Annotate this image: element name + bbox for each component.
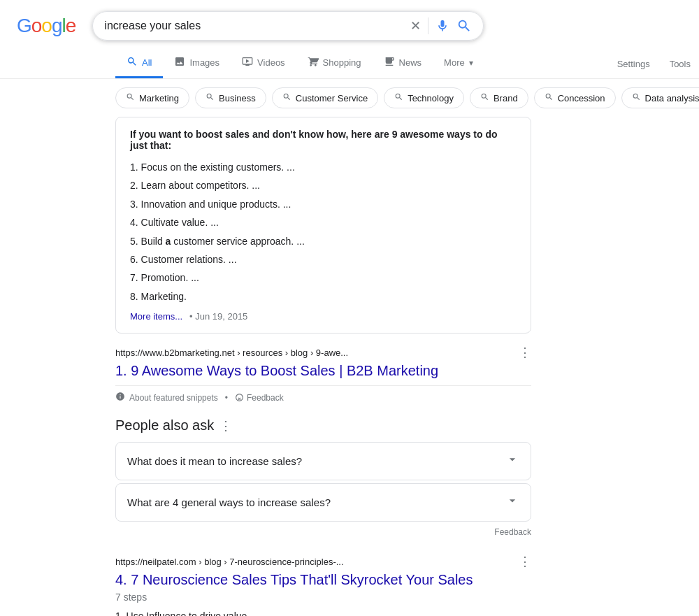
result2-steps-label: 7 steps (115, 592, 531, 603)
about-snippets-text[interactable]: About featured snippets (129, 393, 218, 403)
paa-item-1[interactable]: What does it mean to increase sales? (115, 442, 531, 480)
search-chip-icon-2 (206, 92, 215, 103)
divider (428, 17, 428, 34)
all-icon (127, 56, 138, 69)
result-url: https://www.b2bmarketing.net › resources… (115, 348, 348, 358)
chip-data-analysis-label: Data analysis (645, 93, 699, 103)
chip-brand[interactable]: Brand (470, 87, 528, 108)
chip-business-label: Business (219, 93, 256, 103)
videos-icon (242, 56, 253, 69)
feedback-btn[interactable]: Feedback (235, 393, 284, 403)
tab-more-label: More (444, 57, 465, 68)
voice-icon[interactable] (435, 19, 449, 33)
result-url-row: https://www.b2bmarketing.net › resources… (115, 345, 531, 360)
chip-technology-label: Technology (408, 93, 454, 103)
search-chip-icon-7 (632, 92, 641, 103)
result-title-2[interactable]: 4. 7 Neuroscience Sales Tips That'll Sky… (115, 572, 473, 587)
tab-news[interactable]: News (373, 49, 433, 78)
search-result-1: https://www.b2bmarketing.net › resources… (115, 345, 531, 403)
list-item: 8. Marketing. (130, 287, 517, 306)
search-nav: All Images Videos Shopping News More ▾ S… (0, 43, 699, 79)
paa-question-2: What are 4 general ways to increase sale… (127, 496, 331, 508)
main-content: If you want to boost sales and don't kno… (0, 117, 531, 616)
tab-all-label: All (142, 57, 152, 68)
search-chip-icon-3 (282, 92, 291, 103)
search-chip-icon (126, 92, 135, 103)
tab-more[interactable]: More ▾ (433, 50, 484, 77)
paa-dots-icon[interactable]: ⋮ (219, 418, 232, 434)
tools-link[interactable]: Tools (661, 52, 699, 76)
tab-images[interactable]: Images (163, 49, 231, 78)
list-item: 3. Innovation and unique products. ... (130, 195, 517, 213)
images-icon (174, 56, 185, 69)
snippet-date: • Jun 19, 2015 (189, 311, 247, 322)
paa-item-2[interactable]: What are 4 general ways to increase sale… (115, 483, 531, 522)
paa-title: People also ask (115, 417, 214, 434)
result2-url-row: https://neilpatel.com › blog › 7-neurosc… (115, 554, 531, 569)
snippet-intro: If you want to boost sales and don't kno… (130, 129, 517, 151)
result-more-icon[interactable]: ⋮ (519, 345, 531, 360)
people-also-ask: People also ask ⋮ What does it mean to i… (115, 417, 531, 543)
search-chip-icon-5 (480, 92, 489, 103)
chip-concession[interactable]: Concession (534, 87, 616, 108)
search-chip-icon-4 (394, 92, 403, 103)
feedback-label: Feedback (247, 393, 284, 403)
more-chevron-icon: ▾ (469, 58, 473, 68)
snippet-footer: About featured snippets • Feedback (115, 385, 531, 403)
search-bar: ✕ (92, 11, 484, 41)
chip-customer-service-label: Customer Service (296, 93, 368, 103)
chip-customer-service[interactable]: Customer Service (272, 87, 378, 108)
result2-more-icon[interactable]: ⋮ (519, 554, 531, 569)
info-icon (115, 392, 125, 403)
list-item: 6. Customer relations. ... (130, 250, 517, 268)
news-icon (384, 56, 395, 69)
chip-marketing-label: Marketing (139, 93, 179, 103)
tab-videos[interactable]: Videos (231, 49, 296, 78)
paa-feedback-label: Feedback (494, 527, 531, 537)
more-items-link[interactable]: More items... (130, 311, 182, 322)
nav-settings: Settings Tools (609, 52, 699, 76)
chevron-down-icon-2 (505, 494, 519, 511)
featured-snippet: If you want to boost sales and don't kno… (115, 117, 531, 334)
search-input[interactable] (104, 20, 403, 32)
chip-technology[interactable]: Technology (384, 87, 464, 108)
shopping-icon (308, 56, 319, 69)
snippet-list: 1. Focus on the existing customers. ... … (130, 158, 517, 306)
list-item: 4. Cultivate value. ... (130, 213, 517, 231)
search-result-2: https://neilpatel.com › blog › 7-neurosc… (115, 554, 531, 616)
tab-news-label: News (399, 57, 422, 68)
chip-business[interactable]: Business (195, 87, 266, 108)
snippet-more-row: More items... • Jun 19, 2015 (130, 306, 517, 322)
chip-marketing[interactable]: Marketing (115, 87, 189, 108)
paa-feedback[interactable]: Feedback (115, 524, 531, 543)
list-item: 7. Promotion. ... (130, 268, 517, 287)
list-item: 2. Learn about competitors. ... (130, 176, 517, 194)
tab-shopping[interactable]: Shopping (296, 49, 373, 78)
list-item: 1. Use Influence to drive value. (115, 607, 531, 616)
clear-icon[interactable]: ✕ (410, 18, 421, 34)
tab-videos-label: Videos (257, 57, 285, 68)
tab-all[interactable]: All (115, 49, 163, 78)
chevron-down-icon-1 (505, 452, 519, 470)
search-icon[interactable] (456, 18, 472, 34)
list-item: 5. Build a customer service approach. ..… (130, 232, 517, 250)
settings-link[interactable]: Settings (609, 52, 658, 76)
tab-shopping-label: Shopping (323, 57, 361, 68)
header: Google ✕ (0, 0, 699, 41)
result-title-1[interactable]: 1. 9 Awesome Ways to Boost Sales | B2B M… (115, 363, 438, 378)
list-item: 1. Focus on the existing customers. ... (130, 158, 517, 176)
paa-header: People also ask ⋮ (115, 417, 531, 434)
chip-data-analysis[interactable]: Data analysis (621, 87, 699, 108)
result2-url: https://neilpatel.com › blog › 7-neurosc… (115, 557, 344, 567)
chip-brand-label: Brand (493, 93, 518, 103)
chip-concession-label: Concession (558, 93, 605, 103)
filter-chips: Marketing Business Customer Service Tech… (0, 79, 699, 117)
tab-images-label: Images (189, 57, 219, 68)
result2-steps-list: 1. Use Influence to drive value. 2. Sell… (115, 607, 531, 616)
dot-separator: • (225, 393, 228, 403)
paa-question-1: What does it mean to increase sales? (127, 455, 302, 467)
google-logo: Google (17, 15, 75, 37)
search-chip-icon-6 (545, 92, 554, 103)
